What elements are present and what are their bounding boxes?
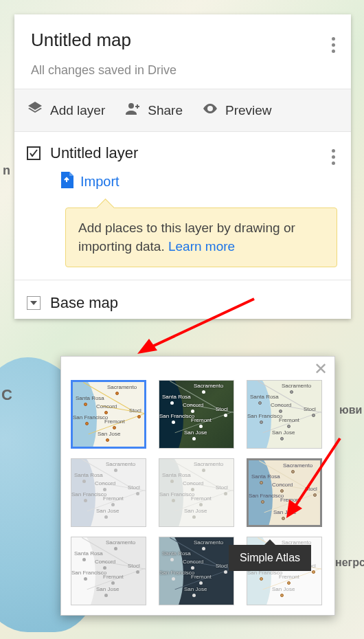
learn-more-link[interactable]: Learn more [168, 239, 235, 254]
layer-visibility-checkbox[interactable] [27, 146, 41, 160]
layer-section: Untitled layer Import Add places to this… [14, 132, 351, 280]
panel-header: Untitled map All changes saved in Drive [14, 14, 351, 89]
layers-icon [27, 100, 43, 120]
preview-button[interactable]: Preview [202, 100, 272, 120]
style-thumb-light-political[interactable]: SacramentoSanta RosaConcordStoclSan Fran… [71, 458, 146, 527]
import-label: Import [80, 174, 120, 190]
style-grid: SacramentoSanta RosaConcordStoclSan Fran… [71, 380, 325, 605]
bg-label: n [3, 164, 10, 178]
share-button[interactable]: Share [124, 100, 183, 120]
base-map-row[interactable]: Base map [14, 280, 351, 319]
style-thumb-dark-landmass[interactable]: SacramentoSanta RosaConcordStoclSan Fran… [159, 537, 234, 605]
save-status: All changes saved in Drive [31, 63, 334, 78]
svg-point-0 [128, 103, 134, 109]
bg-label: негрс [335, 557, 364, 569]
layer-row: Untitled layer [27, 144, 339, 162]
map-more-button[interactable] [325, 34, 341, 56]
bg-label: C [1, 386, 12, 404]
import-file-icon [60, 172, 73, 191]
eye-icon [202, 100, 218, 120]
style-thumb-simple-atlas[interactable]: SacramentoSanta RosaConcordStoclSan Fran… [247, 458, 322, 527]
style-thumb-map[interactable]: SacramentoSanta RosaConcordStoclSan Fran… [71, 380, 146, 449]
base-map-style-picker: ✕ SacramentoSanta RosaConcordStoclSan Fr… [60, 356, 335, 616]
import-button[interactable]: Import [60, 172, 339, 191]
svg-point-1 [209, 107, 212, 110]
close-icon[interactable]: ✕ [314, 361, 328, 377]
bg-label: юви [339, 404, 362, 416]
share-label: Share [148, 103, 183, 118]
tip-box: Add places to this layer by drawing or i… [65, 208, 337, 267]
map-panel: Untitled map All changes saved in Drive … [14, 14, 351, 319]
layer-more-button[interactable] [325, 146, 341, 168]
style-thumb-whitewater[interactable]: SacramentoSanta RosaConcordStoclSan Fran… [71, 537, 146, 605]
preview-label: Preview [225, 103, 272, 118]
add-layer-label: Add layer [50, 103, 105, 118]
chevron-down-icon[interactable] [27, 296, 41, 310]
toolbar: Add layer Share Preview [14, 89, 351, 132]
person-add-icon [124, 100, 141, 120]
style-thumb-satellite[interactable]: SacramentoSanta RosaConcordStoclSan Fran… [159, 380, 234, 449]
layer-name[interactable]: Untitled layer [50, 144, 138, 162]
map-title[interactable]: Untitled map [31, 30, 334, 51]
style-tooltip: Simple Atlas [229, 545, 311, 571]
base-map-label: Base map [50, 294, 118, 312]
style-thumb-terrain[interactable]: SacramentoSanta RosaConcordStoclSan Fran… [247, 380, 322, 449]
style-thumb-mono-city[interactable]: SacramentoSanta RosaConcordStoclSan Fran… [159, 458, 234, 527]
add-layer-button[interactable]: Add layer [27, 100, 105, 120]
